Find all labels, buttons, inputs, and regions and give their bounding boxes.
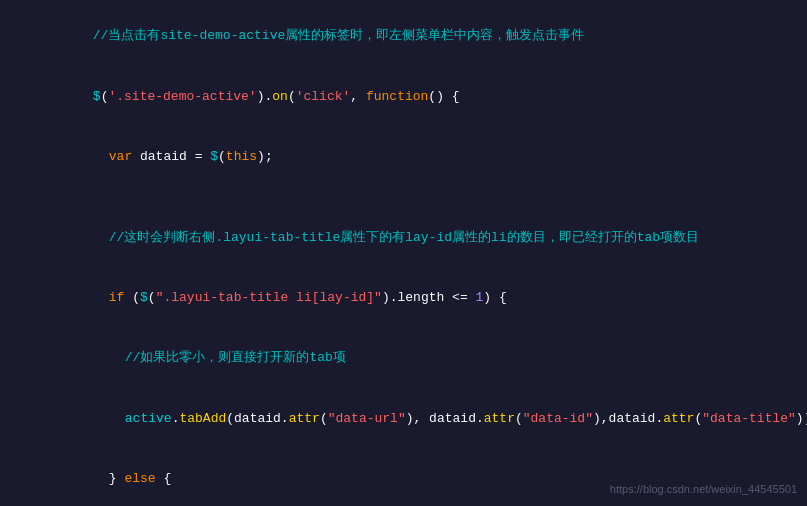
comment-text: //当点击有site-demo-active属性的标签时，即左侧菜单栏中内容，触… [93, 28, 584, 43]
code-line-6: if ($(".layui-tab-title li[lay-id]").len… [8, 268, 799, 328]
code-line-1: //当点击有site-demo-active属性的标签时，即左侧菜单栏中内容，触… [8, 6, 799, 66]
watermark: https://blog.csdn.net/weixin_44545501 [610, 481, 797, 498]
code-line-5: //这时会判断右侧.layui-tab-title属性下的有lay-id属性的l… [8, 207, 799, 267]
code-line-4 [8, 187, 799, 207]
code-editor: //当点击有site-demo-active属性的标签时，即左侧菜单栏中内容，触… [0, 0, 807, 506]
code-line-3: var dataid = $(this); [8, 127, 799, 187]
code-line-2: $('.site-demo-active').on('click', funct… [8, 66, 799, 126]
code-line-7: //如果比零小，则直接打开新的tab项 [8, 328, 799, 388]
code-line-8: active.tabAdd(dataid.attr("data-url"), d… [8, 389, 799, 449]
